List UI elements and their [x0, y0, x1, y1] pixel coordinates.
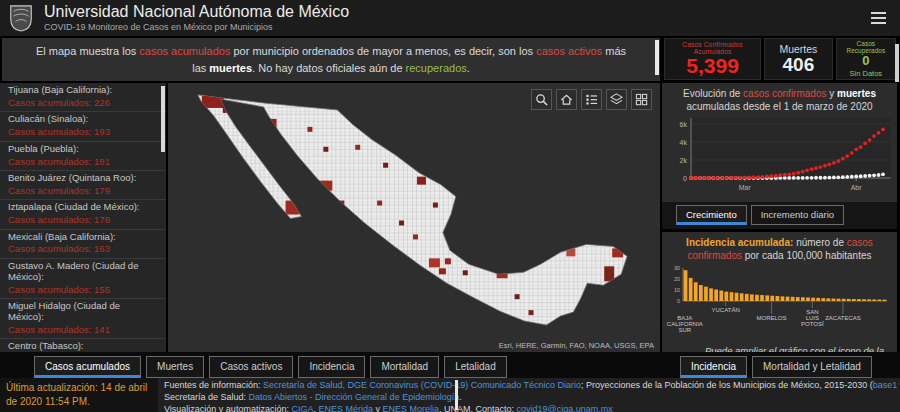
evo-tabs: CrecimientoIncremento diario [662, 202, 897, 229]
hamburger-menu-icon[interactable] [868, 10, 888, 26]
page-subtitle: COVID-19 Monitoreo de Casos en México po… [44, 22, 349, 32]
list-item[interactable]: Puebla (Puebla):Casos acumulados: 181 [0, 142, 166, 171]
stat-tiles: Casos Confirmados Acumulados 5,399 Muert… [660, 36, 900, 82]
text-segment: casos acumulados [139, 45, 230, 57]
svg-text:4k: 4k [680, 139, 688, 146]
svg-text:ZACATECAS: ZACATECAS [825, 315, 861, 321]
municipality-name: Culiacán (Sinaloa): [8, 114, 156, 125]
tab-letalidad[interactable]: Letalidad [444, 356, 507, 378]
municipality-name: Iztapalapa (Ciudad de México): [8, 202, 156, 213]
text-segment: . [467, 62, 470, 74]
right-tabs: IncidenciaMortalidad y Letalidad [680, 356, 900, 378]
municipality-cases: Casos acumulados: 179 [8, 185, 156, 196]
footer-scrollbar[interactable] [455, 380, 458, 410]
notice-scrollbar[interactable] [655, 40, 659, 75]
municipality-list-panel: Tijuana (Baja California):Casos acumulad… [0, 83, 166, 352]
main-content: Tijuana (Baja California):Casos acumulad… [0, 82, 900, 352]
text-segment: Evolución de [683, 88, 743, 99]
tab-casos-acumulados[interactable]: Casos acumulados [34, 356, 141, 378]
confirmed-value: 5,399 [686, 55, 739, 77]
text-segment: número de [793, 237, 846, 248]
link[interactable]: CIGA [291, 404, 313, 412]
right-column: Evolución de casos confirmados y muertes… [660, 82, 900, 352]
legend-icon[interactable] [581, 89, 602, 110]
svg-text:POTOSÍ: POTOSÍ [801, 321, 824, 327]
text-segment: casos confirmados [743, 88, 826, 99]
municipality-cases: Casos acumulados: 193 [8, 126, 156, 137]
layers-icon[interactable] [606, 89, 627, 110]
svg-text:MORELOS: MORELOS [757, 315, 787, 321]
link[interactable]: ENES Mérida [318, 404, 373, 412]
list-item[interactable]: Benito Juárez (Quintana Roo):Casos acumu… [0, 171, 166, 200]
text-segment: muertes [837, 88, 876, 99]
sources-line: Secretaría de Salud: Datos Abiertos - Di… [164, 392, 890, 404]
text-segment: y [826, 88, 837, 99]
municipality-name: Puebla (Puebla): [8, 144, 156, 155]
last-updated: Última actualización: 14 de abril de 202… [0, 378, 158, 412]
list-item[interactable]: Gustavo A. Madero (Ciudad de México):Cas… [0, 259, 166, 299]
svg-text:YUCATÁN: YUCATÁN [712, 307, 740, 313]
page-title: Universidad Nacional Autónoma de México [44, 4, 349, 21]
recovered-value: 0 [862, 54, 869, 69]
sidebar-scrollbar[interactable] [161, 86, 165, 152]
sources-line: Visualización y automatización: CIGA, EN… [164, 404, 890, 412]
list-item[interactable]: Iztapalapa (Ciudad de México):Casos acum… [0, 200, 166, 229]
confirmed-label: Casos Confirmados Acumulados [665, 41, 760, 55]
municipality-cases: Casos acumulados: 181 [8, 156, 156, 167]
svg-text:2k: 2k [680, 157, 688, 164]
svg-text:Abr: Abr [851, 184, 863, 191]
svg-text:LUIS: LUIS [806, 315, 819, 321]
text-segment: ; Proyecciones de la Población de los Mu… [581, 380, 873, 390]
text-segment: recuperados [406, 62, 467, 74]
tab-incidencia[interactable]: Incidencia [680, 356, 747, 378]
svg-text:Mar: Mar [739, 184, 752, 191]
text-segment: Fuentes de información: [164, 380, 263, 390]
text-segment: casos activos [536, 45, 602, 57]
list-item[interactable]: Centro (Tabasco):Casos acumulados: 135 [0, 339, 166, 352]
link[interactable]: Datos Abiertos - Dirección General de Ep… [249, 392, 460, 402]
text-segment: El mapa muestra los [36, 45, 139, 57]
municipality-name: Gustavo A. Madero (Ciudad de México): [8, 261, 156, 283]
text-segment: muertes [209, 62, 252, 74]
link[interactable]: ENES Morelia [382, 404, 439, 412]
tab-mortalidad[interactable]: Mortalidad [370, 356, 439, 378]
sources-line: Fuentes de información: Secretaría de Sa… [164, 380, 890, 392]
link[interactable]: Secretaría de Salud, DGE Coronavirus (CO… [263, 380, 581, 390]
map-tabs: Casos acumuladosMuertesCasos activosInci… [34, 356, 658, 378]
home-icon[interactable] [556, 89, 577, 110]
list-item[interactable]: Mexicali (Baja California):Casos acumula… [0, 230, 166, 259]
text-segment: acumuladas desde el 1 de marzo de 2020 [686, 101, 872, 112]
mexico-map[interactable] [168, 83, 658, 352]
search-icon[interactable] [531, 89, 552, 110]
tab-incidencia[interactable]: Incidencia [298, 356, 365, 378]
bottom-tab-bar: Casos acumuladosMuertesCasos activosInci… [0, 352, 900, 378]
right-column-scrollbar[interactable] [895, 44, 899, 82]
tab-incremento-diario[interactable]: Incremento diario [751, 205, 844, 225]
list-item[interactable]: Tijuana (Baja California):Casos acumulad… [0, 83, 166, 112]
basemap-icon[interactable] [631, 89, 652, 110]
link[interactable]: base1 [873, 380, 898, 390]
text-segment: por cada 100,000 habitantes [742, 250, 872, 261]
list-item[interactable]: Miguel Hidalgo (Ciudad de México):Casos … [0, 299, 166, 339]
svg-text:10: 10 [674, 287, 680, 293]
svg-text:6k: 6k [680, 121, 688, 128]
svg-text:0: 0 [677, 298, 680, 304]
evolution-panel: Evolución de casos confirmados y muertes… [662, 83, 897, 229]
incidence-chart: 0102030BAJACALIFORNIASURYUCATÁNMORELOSSA… [665, 263, 899, 339]
municipality-cases: Casos acumulados: 226 [8, 97, 156, 108]
tab-casos-activos[interactable]: Casos activos [209, 356, 293, 378]
tab-mortalidad-y-letalidad[interactable]: Mortalidad y Letalidad [752, 356, 872, 378]
link[interactable]: covid19@ciga.unam.mx [517, 404, 613, 412]
svg-text:0: 0 [683, 175, 687, 182]
map-toolbar [531, 89, 652, 110]
list-item[interactable]: Culiacán (Sinaloa):Casos acumulados: 193 [0, 112, 166, 141]
tab-muertes[interactable]: Muertes [146, 356, 204, 378]
recovered-subtext: Sin Datos [850, 69, 883, 78]
top-band: El mapa muestra los casos acumulados por… [0, 36, 900, 82]
svg-text:SAN: SAN [806, 309, 818, 315]
confirmed-cases-tile: Casos Confirmados Acumulados 5,399 [664, 38, 761, 80]
municipality-name: Centro (Tabasco): [8, 341, 156, 352]
tab-crecimiento[interactable]: Crecimiento [676, 205, 747, 225]
evolution-chart: 02k4k6kMarAbr [665, 114, 899, 198]
incidence-title: Incidencia acumulada: número de casos co… [665, 235, 894, 263]
